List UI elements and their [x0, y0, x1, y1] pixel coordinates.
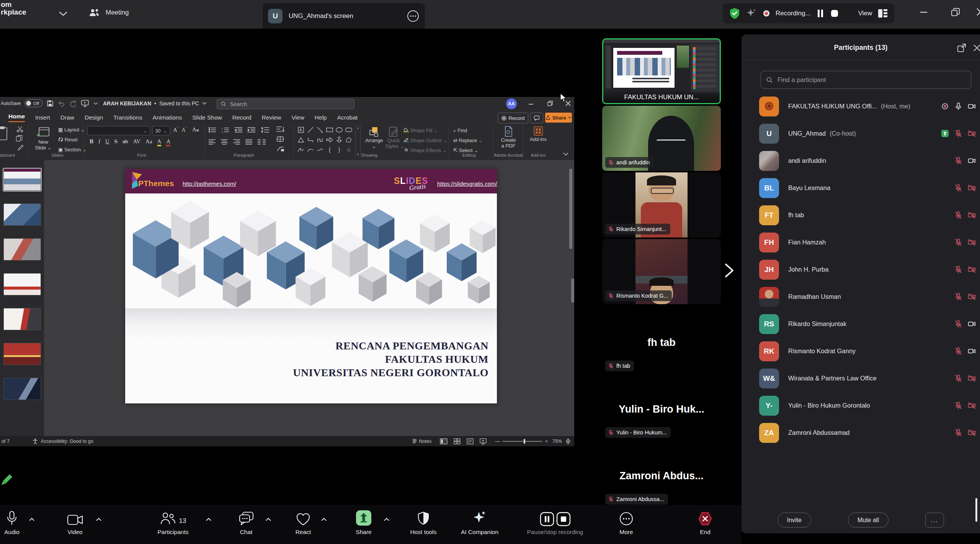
layout-button[interactable]: ▦ Layout ⌄ [58, 126, 85, 133]
clear-format-button[interactable]: A𝄪 [192, 126, 199, 133]
grow-font-button[interactable]: Aˆ [173, 126, 178, 133]
participants-button[interactable]: 13 Participants [141, 509, 205, 536]
participant-row[interactable]: Ramadhan Usman [742, 283, 980, 310]
font-name-select[interactable]: ⌄ [87, 126, 150, 135]
camera-off-icon[interactable] [967, 211, 976, 220]
slide-thumbnail[interactable] [3, 378, 41, 400]
tab-view[interactable]: View [292, 114, 304, 121]
more-button[interactable]: More [605, 509, 647, 536]
record-button[interactable]: Record [498, 113, 528, 123]
zoom-out-button[interactable]: — [495, 439, 500, 444]
participant-search[interactable] [761, 71, 971, 89]
columns-icon[interactable] [258, 139, 266, 145]
tab-shared-screen[interactable]: U UNG_Ahmad's screen [263, 3, 425, 29]
ppt-search-input[interactable] [229, 101, 350, 108]
mic-muted-icon[interactable] [954, 211, 963, 220]
participant-row[interactable]: FH Fian Hamzah [742, 229, 980, 256]
cut-icon[interactable] [16, 125, 24, 133]
pause-recording-icon[interactable] [816, 9, 825, 18]
video-tile-zamroni[interactable]: Zamroni Abdus... Zamroni Abdussa... [602, 442, 721, 508]
camera-on-icon[interactable] [967, 156, 976, 165]
participant-search-input[interactable] [777, 76, 965, 84]
video-tile-andi-arifuddin[interactable]: andi arifuddin [602, 106, 721, 171]
participant-row[interactable]: JH John H. Purba [742, 256, 980, 283]
slide-thumbnail[interactable] [3, 203, 41, 226]
video-options-caret[interactable] [95, 517, 102, 522]
participant-row[interactable]: Y- Yulin - Biro Hukum Gorontalo [742, 392, 980, 419]
bullets-icon[interactable] [209, 127, 216, 133]
restore-window-icon[interactable] [950, 7, 961, 18]
view-layout-icon[interactable] [877, 8, 888, 18]
align-center-icon[interactable] [221, 139, 228, 145]
video-tile-share-preview[interactable]: FAKULTAS HUKUM UN... [602, 38, 721, 104]
participant-row[interactable]: andi arifuddin [742, 147, 980, 174]
fit-slide-icon[interactable] [565, 438, 571, 444]
mic-muted-icon[interactable] [954, 428, 963, 437]
document-title[interactable]: ARAH KEBIJAKAN•Saved to this PC [103, 100, 207, 107]
undo-icon[interactable] [58, 100, 65, 107]
expand-strip-chevron-icon[interactable] [721, 261, 737, 280]
shape-effects-button[interactable]: Shape Effects ⌄ [403, 147, 447, 154]
sort-icon[interactable] [276, 126, 285, 132]
shape-fill-button[interactable]: Shape Fill ⌄ [403, 127, 438, 134]
normal-view-icon[interactable] [440, 438, 448, 444]
tab-slideshow[interactable]: Slide Show [192, 114, 222, 121]
slide-thumbnail[interactable] [3, 238, 41, 261]
invite-button[interactable]: Invite [777, 513, 811, 528]
shape-outline-button[interactable]: Shape Outline ⌄ [403, 137, 448, 144]
zoom-in-button[interactable]: + [545, 439, 548, 444]
tab-insert[interactable]: Insert [35, 114, 50, 121]
participant-row[interactable]: ZA Zamroni Abdussamad [742, 419, 980, 446]
create-pdf-button[interactable]: Createa PDF [497, 126, 520, 149]
react-button[interactable]: React [282, 509, 324, 536]
ppt-minimize-icon[interactable] [528, 101, 534, 108]
line-spacing-icon[interactable] [261, 127, 269, 133]
tab-design[interactable]: Design [85, 114, 103, 121]
mic-muted-icon[interactable] [954, 238, 963, 247]
react-options-caret[interactable] [320, 517, 327, 522]
shapes-scrollbar[interactable]: ▴▾ [355, 126, 361, 156]
participants-options-caret[interactable] [205, 517, 212, 522]
share-options-caret[interactable] [383, 517, 390, 522]
camera-on-icon[interactable] [967, 347, 976, 356]
slide-thumbnail[interactable] [3, 308, 41, 330]
mic-muted-icon[interactable] [954, 184, 963, 192]
accessibility-status[interactable]: Accessibility: Good to go [41, 439, 93, 444]
slideshow-icon[interactable] [81, 100, 89, 107]
align-objects-icon[interactable] [276, 136, 284, 142]
mic-muted-icon[interactable] [954, 320, 963, 328]
slide-scrollbar-thumb[interactable] [569, 169, 572, 249]
camera-off-icon[interactable] [967, 184, 976, 192]
camera-on-icon[interactable] [967, 102, 976, 111]
quick-styles-button[interactable]: QuickStyles ⌄ [385, 126, 402, 149]
tab-transitions[interactable]: Transitions [113, 114, 142, 121]
host-tools-button[interactable]: Host tools [401, 509, 446, 536]
camera-off-icon[interactable] [967, 129, 976, 138]
font-size-select[interactable]: 30⌄ [152, 126, 170, 135]
mic-muted-icon[interactable] [954, 374, 963, 383]
camera-off-icon[interactable] [967, 401, 976, 410]
tab-record[interactable]: Record [232, 114, 252, 121]
paste-icon[interactable] [0, 126, 9, 141]
audio-options-caret[interactable] [28, 517, 35, 522]
participant-row[interactable]: RS Rikardo Simanjuntak [742, 310, 980, 338]
ppt-share-button[interactable]: Share [545, 113, 572, 123]
participant-row[interactable]: FAKULTAS HUKUM UNG Offi...(Host, me) [742, 93, 980, 120]
panel-scrollbar-thumb[interactable] [975, 498, 977, 522]
camera-off-icon[interactable] [967, 238, 976, 247]
decrease-indent-icon[interactable] [235, 127, 242, 133]
strike-ab-button[interactable]: ab [122, 138, 128, 145]
participants-more-button[interactable]: ... [925, 513, 944, 528]
ppt-restore-icon[interactable] [547, 100, 554, 107]
character-spacing-button[interactable]: AV [133, 138, 140, 145]
camera-on-icon[interactable] [967, 320, 976, 328]
strikethrough-button[interactable]: S [114, 138, 118, 145]
arrange-button[interactable]: Arrange⌄ [363, 126, 385, 149]
reset-button[interactable]: 🗘 Reset [58, 136, 78, 143]
minimize-window-icon[interactable] [919, 7, 929, 17]
shapes-gallery[interactable]: A { } ☆ [297, 126, 354, 156]
mic-on-icon[interactable] [954, 102, 963, 111]
numbering-icon[interactable]: 12 [222, 127, 229, 133]
increase-indent-icon[interactable] [248, 127, 255, 133]
slideshow-view-icon[interactable] [480, 438, 487, 444]
